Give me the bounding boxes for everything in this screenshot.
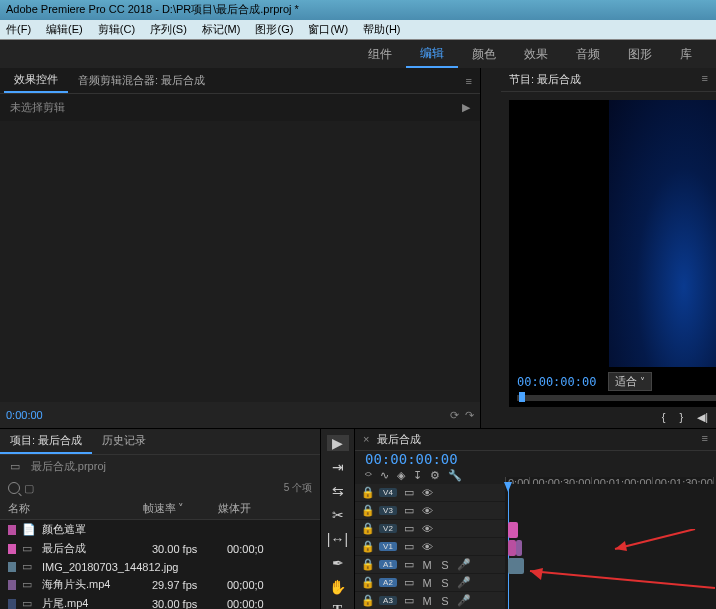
color-label[interactable] <box>8 580 16 590</box>
menu-file[interactable]: 件(F) <box>0 20 37 39</box>
mute-icon[interactable]: M <box>421 559 433 571</box>
color-label[interactable] <box>8 544 16 554</box>
col-name[interactable]: 名称 <box>8 501 143 516</box>
sync-lock-icon[interactable]: ▭ <box>403 576 415 589</box>
tab-audio-clip-mixer[interactable]: 音频剪辑混合器: 最后合成 <box>68 69 215 92</box>
track-badge[interactable]: A2 <box>379 578 397 587</box>
razor-tool-icon[interactable]: ✂ <box>327 507 349 523</box>
sync-lock-icon[interactable]: ▭ <box>403 558 415 571</box>
sort-arrow-icon[interactable]: ˅ <box>178 502 184 515</box>
lock-icon[interactable]: 🔒 <box>361 594 373 607</box>
search-icon[interactable] <box>8 482 20 494</box>
sync-lock-icon[interactable]: ▭ <box>403 522 415 535</box>
mute-icon[interactable]: M <box>421 595 433 607</box>
audio-clip[interactable] <box>508 558 524 574</box>
mute-icon[interactable]: M <box>421 577 433 589</box>
eye-icon[interactable]: 👁 <box>421 505 433 517</box>
project-item-row[interactable]: ▭海角片头.mp429.97 fps00;00;0 <box>0 575 320 594</box>
track-select-tool-icon[interactable]: ⇥ <box>327 459 349 475</box>
expand-arrow-icon[interactable]: ▶ <box>462 101 470 114</box>
video-track-header[interactable]: 🔒V2▭👁 <box>355 520 505 538</box>
bin-back-icon[interactable]: ▭ <box>10 460 20 472</box>
solo-icon[interactable]: S <box>439 595 451 607</box>
hand-tool-icon[interactable]: ✋ <box>327 579 349 595</box>
slip-tool-icon[interactable]: |↔| <box>327 531 349 547</box>
sync-lock-icon[interactable]: ▭ <box>403 594 415 607</box>
wrench-icon[interactable]: 🔧 <box>448 469 462 482</box>
program-tab[interactable]: 节目: 最后合成 <box>509 73 581 85</box>
snap-icon[interactable]: ⌔ <box>365 469 372 482</box>
eye-icon[interactable]: 👁 <box>421 487 433 499</box>
program-timecode[interactable]: 00:00:00:00 <box>517 375 596 389</box>
workspace-assembly[interactable]: 组件 <box>354 42 406 67</box>
effect-controls-body[interactable] <box>0 121 480 402</box>
audio-track-header[interactable]: 🔒A2▭MS🎤 <box>355 574 505 592</box>
step-back-icon[interactable]: ◀| <box>697 411 708 424</box>
audio-track-header[interactable]: 🔒A3▭MS🎤 <box>355 592 505 609</box>
voice-over-icon[interactable]: 🎤 <box>457 558 469 571</box>
project-item-row[interactable]: ▭IMG_20180703_144812.jpg <box>0 558 320 575</box>
lock-icon[interactable]: 🔒 <box>361 486 373 499</box>
pen-tool-icon[interactable]: ✒ <box>327 555 349 571</box>
track-badge[interactable]: V3 <box>379 506 397 515</box>
program-video-view[interactable]: 00:00:00:00 适合 ˅ <box>509 100 716 407</box>
lock-icon[interactable]: 🔒 <box>361 504 373 517</box>
workspace-audio[interactable]: 音频 <box>562 42 614 67</box>
lock-icon[interactable]: 🔒 <box>361 576 373 589</box>
solo-icon[interactable]: S <box>439 559 451 571</box>
close-sequence-icon[interactable]: × <box>363 433 369 445</box>
track-badge[interactable]: A3 <box>379 596 397 605</box>
video-track-header[interactable]: 🔒V4▭👁 <box>355 484 505 502</box>
video-clip[interactable] <box>516 540 522 556</box>
track-badge[interactable]: V4 <box>379 488 397 497</box>
workspace-editing[interactable]: 编辑 <box>406 41 458 68</box>
menu-sequence[interactable]: 序列(S) <box>144 20 193 39</box>
workspace-color[interactable]: 颜色 <box>458 42 510 67</box>
color-label[interactable] <box>8 599 16 609</box>
menu-window[interactable]: 窗口(W) <box>302 20 354 39</box>
col-framerate[interactable]: 帧速率˅ <box>143 501 218 516</box>
settings-icon[interactable]: ⚙ <box>430 469 440 482</box>
workspace-effects[interactable]: 效果 <box>510 42 562 67</box>
mark-in-icon[interactable]: { <box>662 411 666 424</box>
sync-lock-icon[interactable]: ▭ <box>403 504 415 517</box>
video-track-header[interactable]: 🔒V3▭👁 <box>355 502 505 520</box>
program-scrubber[interactable] <box>517 395 716 401</box>
filter-bin-icon[interactable]: ▢ <box>24 482 34 495</box>
menu-graphics[interactable]: 图形(G) <box>249 20 299 39</box>
color-label[interactable] <box>8 525 16 535</box>
voice-over-icon[interactable]: 🎤 <box>457 594 469 607</box>
eye-icon[interactable]: 👁 <box>421 523 433 535</box>
playhead-marker[interactable] <box>519 392 525 402</box>
video-track-header[interactable]: 🔒V1▭👁 <box>355 538 505 556</box>
panel-menu-icon[interactable]: ≡ <box>458 72 480 90</box>
menu-help[interactable]: 帮助(H) <box>357 20 406 39</box>
menu-edit[interactable]: 编辑(E) <box>40 20 89 39</box>
project-item-row[interactable]: 📄颜色遮罩 <box>0 520 320 539</box>
tab-project[interactable]: 项目: 最后合成 <box>0 429 92 454</box>
video-clip[interactable] <box>508 540 516 556</box>
lock-icon[interactable]: 🔒 <box>361 540 373 553</box>
link-icon[interactable]: ∿ <box>380 469 389 482</box>
footer-timecode[interactable]: 0:00:00 <box>6 409 43 421</box>
voice-over-icon[interactable]: 🎤 <box>457 576 469 589</box>
project-item-row[interactable]: ▭片尾.mp430.00 fps00:00:0 <box>0 594 320 609</box>
sync-lock-icon[interactable]: ▭ <box>403 486 415 499</box>
sequence-tab[interactable]: 最后合成 <box>377 433 421 445</box>
color-label[interactable] <box>8 562 16 572</box>
track-badge[interactable]: V1 <box>379 542 397 551</box>
menu-mark[interactable]: 标记(M) <box>196 20 247 39</box>
track-badge[interactable]: V2 <box>379 524 397 533</box>
program-panel-menu-icon[interactable]: ≡ <box>702 72 708 84</box>
marker-icon[interactable]: ◈ <box>397 469 405 482</box>
timeline-timecode[interactable]: 00:00:00:00 <box>355 451 505 467</box>
selection-tool-icon[interactable]: ▶ <box>327 435 349 451</box>
audio-track-header[interactable]: 🔒A1▭MS🎤 <box>355 556 505 574</box>
ripple-edit-tool-icon[interactable]: ⇆ <box>327 483 349 499</box>
video-clip[interactable] <box>508 522 518 538</box>
eye-icon[interactable]: 👁 <box>421 541 433 553</box>
workspace-graphics[interactable]: 图形 <box>614 42 666 67</box>
lock-icon[interactable]: 🔒 <box>361 522 373 535</box>
go-icon[interactable]: ↷ <box>465 409 474 422</box>
type-tool-icon[interactable]: T <box>327 603 349 609</box>
